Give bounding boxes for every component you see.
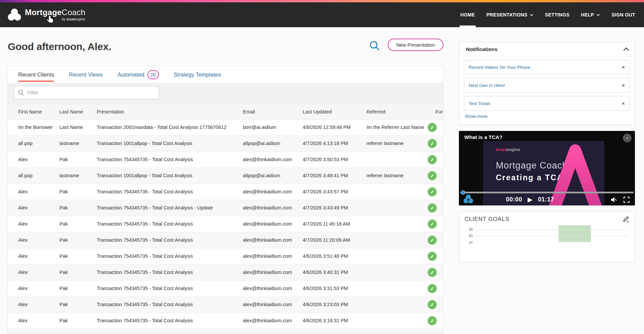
col-header-last-updated[interactable]: Last Updated (303, 109, 332, 114)
volume-icon[interactable] (611, 197, 617, 202)
funded-cell: ✓ (428, 252, 437, 261)
video-progress-bar[interactable] (460, 192, 634, 193)
cell-last-updated: 4/6/2026 3:40:31 PM (303, 270, 364, 275)
show-more-link[interactable]: Show more (465, 114, 487, 119)
tab-bar: Recent Clients Recent Views Automated20 … (8, 66, 443, 83)
nav-item-presentations[interactable]: PRESENTATIONS (486, 2, 533, 27)
funded-cell: ✓ (428, 220, 437, 229)
video-duration: 01:17 (538, 196, 554, 203)
search-button[interactable] (368, 40, 381, 52)
table-row[interactable]: Alex Pak Transaction 754345735 - Total C… (8, 152, 443, 168)
funded-check-icon: ✓ (428, 284, 437, 293)
nav-item-home[interactable]: HOME (460, 2, 475, 27)
funded-check-icon: ✓ (428, 252, 437, 261)
table-row[interactable]: Alex Pak Transaction 754345735 - Total C… (8, 184, 443, 200)
close-icon[interactable]: ✕ (621, 65, 625, 70)
cell-last-name: Pak (59, 302, 95, 307)
top-gradient-bar (0, 0, 644, 2)
cell-first-name: Alex (18, 205, 58, 210)
pink-swoosh-graphic (547, 141, 604, 205)
gridline (475, 230, 628, 230)
table-row[interactable]: Alex Pak Transaction 754345735 - Total C… (8, 216, 443, 232)
cell-last-updated: 4/7/2026 4:13:18 PM (303, 141, 364, 146)
table-row[interactable]: Alex Pak Transaction 754345735 - Total C… (8, 313, 443, 329)
cell-presentation: Transaction 754345735 - Total Cost Analy… (97, 270, 241, 275)
next-video-button[interactable]: › (623, 134, 632, 142)
col-header-email[interactable]: Email (243, 109, 255, 114)
cell-last-name: Pak (59, 318, 95, 323)
funded-check-icon: ✓ (428, 220, 437, 229)
tab-strategy-templates[interactable]: Strategy Templates (174, 66, 221, 83)
cell-first-name: Alex (18, 302, 58, 307)
table-row[interactable]: all pop lastname Transaction 1001allpop … (8, 136, 443, 152)
notification-item[interactable]: Record Videos On Your Phone ✕ (464, 60, 630, 75)
table-row[interactable]: Alex Pak Transaction 754345735 - Total C… (8, 281, 443, 297)
cell-first-name: Alex (18, 157, 58, 162)
funded-check-icon: ✓ (428, 123, 437, 132)
y-axis-label: 80 (464, 228, 473, 231)
chevron-up-icon[interactable] (623, 47, 629, 51)
nav-item-sign-out[interactable]: SIGN OUT (611, 2, 635, 27)
tab-recent-clients[interactable]: Recent Clients (18, 66, 54, 83)
nav-item-help[interactable]: HELP (581, 2, 600, 27)
play-button[interactable]: ▶ (528, 196, 533, 203)
funded-cell: ✓ (428, 284, 437, 293)
tab-label: Automated (118, 71, 144, 78)
table-row[interactable]: all pop lastname Transaction 1001allpop … (8, 168, 443, 184)
col-header-funded[interactable]: Funded (435, 109, 443, 114)
cell-last-updated: 4/7/2026 3:43:57 PM (303, 189, 364, 194)
tab-automated[interactable]: Automated20 (118, 66, 159, 83)
video-current-time: 00:00 (506, 196, 522, 203)
brand-logo[interactable]: MortgageCoach by trustengine (7, 8, 85, 21)
cell-last-updated: 4/6/2026 3:51:48 PM (303, 253, 364, 259)
funded-check-icon: ✓ (428, 171, 437, 180)
client-goals-card: CLIENT GOALS 80 60 40 (459, 211, 635, 263)
notification-item[interactable]: Next Gen Is Here! ✕ (464, 78, 630, 93)
table-row[interactable]: Alex Pak Transaction 754345735 - Total C… (8, 265, 443, 281)
notification-item[interactable]: Test Ticket ✕ (464, 96, 630, 111)
cell-last-updated: 4/7/2026 3:48:41 PM (303, 173, 364, 178)
table-row[interactable]: Alex Pak Transaction 754345735 - Total C… (8, 297, 443, 313)
col-header-first-name[interactable]: First Name (18, 109, 42, 114)
cell-last-updated: 4/6/2026 3:23:03 PM (303, 302, 364, 307)
col-header-referred[interactable]: Referred (367, 109, 385, 114)
new-presentation-button[interactable]: New Presentation (388, 39, 443, 51)
funded-cell: ✓ (428, 123, 437, 132)
mortgagecoach-blue-clover-icon[interactable] (463, 194, 474, 204)
tab-recent-views[interactable]: Recent Views (69, 66, 103, 83)
top-navbar: MortgageCoach by trustengine HOME PRESEN… (0, 2, 644, 27)
cell-email: alex@thinkaidium.com (243, 253, 301, 259)
trustengine-logo: trustengine (496, 147, 520, 152)
video-time-controls: 00:00 ▶ 01:17 (506, 196, 554, 203)
funded-cell: ✓ (428, 268, 437, 277)
chevron-down-icon (596, 14, 600, 16)
cell-referred: Im the Referrer Last Name (367, 125, 426, 130)
cell-last-updated: 4/7/2026 11:20:09 AM (303, 237, 364, 243)
table-row[interactable]: Alex Pak Transaction 754345735 - Total C… (8, 248, 443, 265)
edit-pencil-icon[interactable] (622, 215, 630, 223)
cell-referred: referrer lastname (367, 173, 426, 178)
table-row[interactable]: Im the Borrower Last Name Transaction 20… (8, 120, 443, 136)
notifications-header[interactable]: Notifications (459, 42, 635, 56)
filter-input[interactable] (28, 90, 155, 95)
close-icon[interactable]: ✕ (621, 101, 625, 106)
nav-item-settings[interactable]: SETTINGS (545, 2, 569, 27)
col-header-presentation[interactable]: Presentation (97, 109, 124, 114)
cell-presentation: Transaction 754345735 - Total Cost Analy… (97, 318, 241, 323)
tab-label: Recent Views (69, 71, 103, 78)
close-icon[interactable]: ✕ (621, 83, 625, 88)
col-header-last-name[interactable]: Last Name (59, 109, 83, 114)
cell-first-name: Alex (18, 286, 58, 291)
cell-last-name: Pak (59, 270, 95, 275)
cell-first-name: Alex (18, 318, 58, 323)
table-body: Im the Borrower Last Name Transaction 20… (8, 120, 443, 334)
cell-email: allpop@ai.aidium (243, 173, 301, 178)
cell-first-name: Alex (18, 253, 58, 259)
cell-email: alex@thinkaidium.com (243, 286, 301, 291)
funded-cell: ✓ (428, 155, 437, 164)
filter-strip (8, 83, 443, 104)
fullscreen-icon[interactable] (624, 197, 630, 203)
table-row[interactable]: Alex Pak Transaction 754345735 - Total C… (8, 232, 443, 248)
funded-check-icon: ✓ (428, 187, 437, 196)
table-row[interactable]: Alex Pak Transaction 754345735 - Total C… (8, 200, 443, 216)
